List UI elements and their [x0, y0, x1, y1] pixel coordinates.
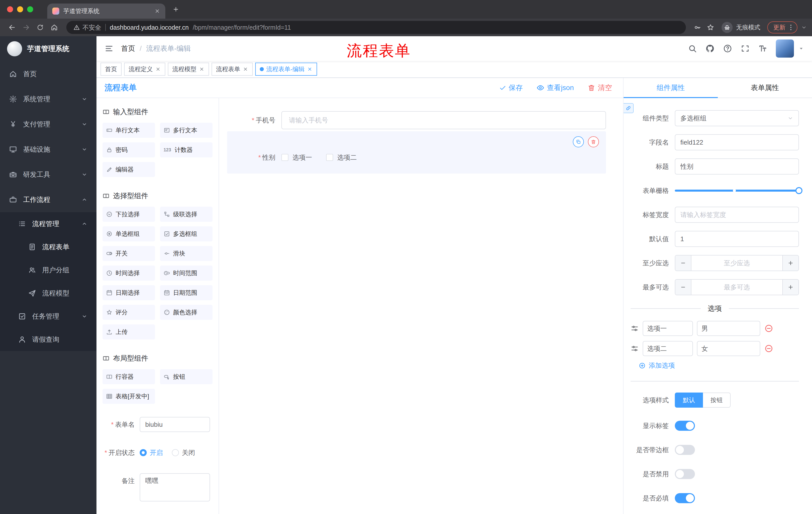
component-button[interactable]: 按钮	[160, 369, 212, 384]
back-button[interactable]	[5, 20, 19, 34]
tab-component-props[interactable]: 组件属性	[624, 78, 718, 98]
sidebar-item-devtools[interactable]: 研发工具	[0, 162, 96, 187]
remove-option-button[interactable]	[764, 344, 773, 353]
component-upload[interactable]: 上传	[103, 324, 155, 340]
component-single-line-text[interactable]: 单行文本	[103, 123, 155, 138]
decrease-button[interactable]	[675, 280, 691, 295]
avatar-caret-icon[interactable]	[799, 46, 804, 51]
status-on-radio[interactable]: 开启	[140, 445, 163, 460]
tag-process-model[interactable]: 流程模型	[168, 63, 209, 76]
browser-menu-icon[interactable]	[787, 23, 795, 31]
maximize-window-button[interactable]	[27, 6, 33, 12]
border-switch[interactable]	[675, 445, 695, 455]
sidebar-item-user-group[interactable]: 用户分组	[0, 259, 96, 282]
sidebar-item-workflow[interactable]: 工作流程	[0, 187, 96, 212]
field-name-input[interactable]	[675, 134, 799, 151]
increase-button[interactable]	[782, 280, 799, 295]
sidebar-item-process-form[interactable]: 流程表单	[0, 235, 96, 259]
tag-process-form[interactable]: 流程表单	[211, 63, 253, 76]
save-button[interactable]: 保存	[499, 83, 523, 92]
component-date-range[interactable]: 日期范围	[160, 285, 212, 300]
slider-track[interactable]	[675, 190, 799, 192]
close-icon[interactable]	[243, 66, 248, 72]
component-password[interactable]: 密码	[103, 142, 155, 157]
browser-tab[interactable]: 芋道管理系统	[47, 3, 165, 19]
help-icon[interactable]	[723, 44, 732, 53]
browser-update-button[interactable]: 更新	[767, 21, 798, 33]
add-option-button[interactable]: 添加选项	[639, 361, 799, 370]
minimize-window-button[interactable]	[17, 6, 23, 12]
max-select-placeholder[interactable]: 最多可选	[691, 280, 782, 295]
tab-form-props[interactable]: 表单属性	[718, 78, 812, 98]
sidebar-item-process-model[interactable]: 流程模型	[0, 282, 96, 305]
view-json-button[interactable]: 查看json	[536, 83, 574, 92]
sidebar-item-system[interactable]: 系统管理	[0, 86, 96, 112]
component-switch[interactable]: 开关	[103, 246, 155, 261]
option-2-label-input[interactable]	[643, 341, 693, 356]
option-2-value-input[interactable]	[697, 341, 760, 356]
option-1-label-input[interactable]	[643, 321, 693, 336]
component-time-range[interactable]: 时间范围	[160, 266, 212, 281]
default-value-input[interactable]	[675, 231, 799, 247]
component-row-container[interactable]: 行容器	[103, 369, 155, 384]
reload-button[interactable]	[33, 20, 47, 34]
drag-handle-icon[interactable]	[631, 345, 639, 353]
slider-handle[interactable]	[795, 187, 803, 194]
remark-textarea[interactable]: 嘿嘿	[140, 473, 210, 502]
tag-process-form-edit[interactable]: 流程表单-编辑	[255, 63, 317, 76]
sidebar-item-home[interactable]: 首页	[0, 61, 96, 86]
sidebar-logo[interactable]: 芋道管理系统	[0, 36, 96, 61]
gender-option-2-checkbox[interactable]: 选项二	[326, 153, 357, 162]
component-counter[interactable]: 计数器	[160, 142, 212, 157]
bookmark-star-icon[interactable]	[706, 23, 715, 31]
style-default-button[interactable]: 默认	[675, 393, 703, 408]
decrease-button[interactable]	[675, 255, 691, 271]
sidebar-item-infrastructure[interactable]: 基础设施	[0, 137, 96, 162]
clear-button[interactable]: 清空	[587, 83, 612, 92]
tag-process-definition[interactable]: 流程定义	[124, 63, 165, 76]
copy-item-button[interactable]	[573, 136, 584, 147]
show-label-switch[interactable]	[675, 421, 695, 431]
gender-option-1-checkbox[interactable]: 选项一	[281, 153, 312, 162]
toolbar-caret-icon[interactable]	[801, 24, 807, 30]
phone-input[interactable]	[281, 111, 606, 129]
component-multi-line-text[interactable]: 多行文本	[160, 123, 212, 138]
canvas-item-phone[interactable]: 手机号	[227, 111, 606, 129]
status-off-radio[interactable]: 关闭	[172, 445, 195, 460]
canvas-item-gender-selected[interactable]: 性别 选项一 选项二	[227, 131, 606, 173]
component-time-picker[interactable]: 时间选择	[103, 266, 155, 281]
component-table-wip[interactable]: 表格[开发中]	[103, 389, 155, 404]
component-color-picker[interactable]: 颜色选择	[160, 305, 212, 320]
component-checkbox-group[interactable]: 多选框组	[160, 226, 212, 241]
component-date-picker[interactable]: 日期选择	[103, 285, 155, 300]
sidebar-item-process-management[interactable]: 流程管理	[0, 212, 96, 235]
style-button-button[interactable]: 按钮	[703, 393, 731, 408]
close-icon[interactable]	[199, 66, 204, 72]
font-size-icon[interactable]	[758, 44, 767, 53]
sidebar-toggle-icon[interactable]	[105, 44, 114, 53]
disabled-switch[interactable]	[675, 469, 695, 479]
component-slider[interactable]: 滑块	[160, 246, 212, 261]
close-icon[interactable]	[155, 66, 161, 72]
component-type-select[interactable]: 多选框组	[675, 110, 799, 126]
component-editor[interactable]: 编辑器	[103, 162, 155, 177]
tab-close-icon[interactable]	[154, 8, 160, 14]
home-button[interactable]	[47, 20, 61, 34]
required-switch[interactable]	[675, 493, 695, 503]
component-select[interactable]: 下拉选择	[103, 207, 155, 222]
title-input[interactable]	[675, 158, 799, 174]
form-grid-slider[interactable]	[675, 183, 799, 199]
new-tab-button[interactable]	[172, 6, 179, 13]
forward-button[interactable]	[19, 20, 33, 34]
address-bar[interactable]: 不安全 dashboard.yudao.iocoder.cn/bpm/manag…	[66, 21, 686, 34]
sidebar-item-leave-query[interactable]: 请假查询	[0, 328, 96, 351]
drag-handle-icon[interactable]	[631, 324, 639, 332]
close-window-button[interactable]	[7, 6, 13, 12]
delete-item-button[interactable]	[588, 136, 599, 147]
label-width-input[interactable]	[675, 207, 799, 223]
form-canvas[interactable]: 手机号 性别	[219, 98, 623, 514]
remove-option-button[interactable]	[764, 324, 773, 333]
option-1-value-input[interactable]	[697, 321, 760, 336]
component-cascader[interactable]: 级联选择	[160, 207, 212, 222]
min-select-placeholder[interactable]: 至少应选	[691, 255, 782, 271]
